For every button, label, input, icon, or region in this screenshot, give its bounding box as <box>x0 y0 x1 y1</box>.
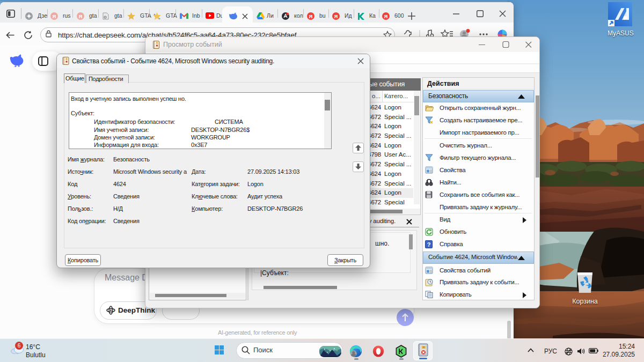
svg-text:Я: Я <box>309 13 313 19</box>
svg-text:Я: Я <box>384 13 388 19</box>
svg-text:Я: Я <box>79 13 83 19</box>
svg-text:Я: Я <box>334 13 338 19</box>
svg-text:Я: Я <box>53 13 56 19</box>
svg-text:?: ? <box>427 241 431 248</box>
